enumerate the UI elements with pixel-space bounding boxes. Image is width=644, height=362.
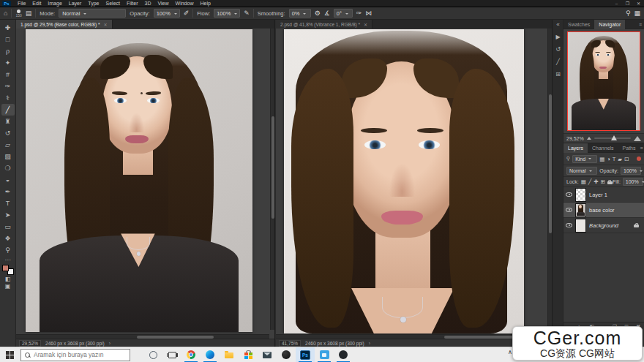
zoom-tool-icon[interactable]: ⚲ (1, 244, 15, 256)
object-selection-tool-icon[interactable]: ✦ (1, 57, 15, 69)
layer-name[interactable]: Background (589, 222, 618, 229)
move-tool-icon[interactable]: ✚ (1, 22, 15, 34)
eyedropper-tool-icon[interactable]: ✑ (1, 80, 15, 92)
clone-source-panel-icon[interactable]: ⊞ (555, 71, 561, 78)
menu-edit[interactable]: Edit (32, 0, 41, 7)
marquee-tool-icon[interactable]: □ (1, 34, 15, 45)
size-pressure-icon[interactable]: ✑ (356, 10, 362, 18)
smoothing-gear-icon[interactable]: ⚙ (315, 10, 321, 18)
filter-adjustment-layers-icon[interactable]: ◑ (607, 156, 610, 162)
lasso-tool-icon[interactable]: ρ (1, 45, 15, 57)
brush-angle-field[interactable]: 0° (334, 9, 353, 18)
quick-mask-icon[interactable]: ◧ (1, 275, 15, 282)
gradient-tool-icon[interactable]: ▨ (1, 151, 15, 162)
blend-mode-select[interactable]: Normal (59, 9, 126, 18)
panel-menu-icon[interactable]: ≡ (640, 146, 643, 151)
brush-settings-panel-icon[interactable]: ╱ (556, 59, 560, 65)
lock-transparent-pixels-icon[interactable]: ▦ (581, 178, 586, 185)
opacity-pressure-icon[interactable]: ✐ (184, 10, 190, 18)
cortana-button[interactable] (143, 347, 162, 362)
layer-name[interactable]: Layer 1 (589, 192, 607, 198)
edit-toolbar-icon[interactable]: ⋯ (1, 256, 15, 263)
collapse-panels-icon[interactable]: « (556, 21, 559, 28)
menu-view[interactable]: View (158, 0, 169, 7)
scrollbar-thumb[interactable] (549, 94, 552, 233)
dodge-tool-icon[interactable]: ◒ (1, 174, 15, 186)
lock-image-pixels-icon[interactable]: ╱ (588, 178, 592, 185)
workspace-switcher-icon[interactable]: ▦ (634, 10, 640, 18)
layer-row-background[interactable]: Background (564, 218, 644, 233)
layer-filter-toggle[interactable] (637, 157, 641, 161)
lock-artboard-icon[interactable]: ⊞ (601, 178, 605, 185)
actions-panel-icon[interactable]: ▶ (555, 34, 560, 40)
filter-shape-layers-icon[interactable]: ▰ (618, 156, 622, 162)
canvas-painting-1[interactable] (26, 29, 252, 332)
screen-mode-icon[interactable]: ▣ (1, 282, 15, 290)
layers-fill-select[interactable]: 100% (623, 178, 643, 186)
menu-file[interactable]: File (18, 0, 26, 7)
edge-button[interactable] (201, 347, 220, 362)
menu-layer[interactable]: Layer (69, 0, 82, 7)
show-hidden-icons-chevron[interactable]: ∧ (508, 349, 512, 355)
layer-thumbnail[interactable] (575, 203, 586, 217)
brush-preset-picker[interactable]: 150 (15, 10, 21, 17)
history-brush-tool-icon[interactable]: ↺ (1, 127, 15, 139)
tab-paths[interactable]: Paths (618, 143, 640, 153)
menu-filter[interactable]: Filter (127, 0, 138, 7)
opacity-select[interactable]: 100% (154, 9, 180, 18)
hand-tool-icon[interactable]: ❖ (1, 233, 15, 244)
shape-tool-icon[interactable]: ▭ (1, 221, 15, 233)
task-view-button[interactable] (162, 347, 181, 362)
store-button[interactable] (239, 347, 258, 362)
slider-thumb[interactable] (611, 135, 617, 140)
menu-window[interactable]: Window (176, 0, 194, 7)
layer-name[interactable]: base color (589, 207, 615, 214)
menu-type[interactable]: Type (88, 0, 99, 7)
maximize-button[interactable]: ❐ (622, 0, 633, 7)
layer-visibility-eye-icon[interactable] (566, 208, 572, 212)
close-tab-icon[interactable]: ✕ (364, 22, 367, 27)
close-tab-icon[interactable]: ✕ (103, 22, 107, 27)
scrollbar-thumb[interactable] (272, 116, 274, 219)
document-tab-2[interactable]: 2.psd @ 41,8% (Vibrance 1, RGB/8) * ✕ (276, 20, 372, 29)
brush-panel-toggle-icon[interactable]: ▤ (26, 10, 32, 18)
foreground-color-swatch[interactable] (2, 265, 9, 271)
chrome-button[interactable] (181, 347, 201, 362)
start-button[interactable] (0, 347, 19, 362)
mail-button[interactable] (258, 347, 277, 362)
layer-filter-kind-select[interactable]: Kind (572, 155, 597, 163)
vertical-scrollbar[interactable] (270, 29, 274, 330)
layer-visibility-eye-icon[interactable] (566, 223, 572, 227)
document-tab-1[interactable]: 1.psd @ 29,5% (Base color, RGB/8) * ✕ (16, 20, 113, 29)
anydesk-button[interactable] (315, 347, 334, 362)
zoom-out-icon[interactable] (587, 137, 591, 140)
panel-menu-icon[interactable]: ≡ (639, 22, 642, 27)
airbrush-icon[interactable]: ✎ (244, 10, 250, 18)
file-explorer-button[interactable] (220, 347, 239, 362)
tab-navigator[interactable]: Navigator (594, 20, 625, 29)
home-icon[interactable]: ⌂ (4, 10, 7, 18)
layer-row-base-color[interactable]: base color (564, 203, 644, 218)
clone-stamp-tool-icon[interactable]: ♜ (1, 116, 15, 127)
minimize-button[interactable]: – (611, 0, 622, 7)
lock-position-icon[interactable]: ✚ (594, 178, 598, 185)
blur-tool-icon[interactable]: ❍ (1, 162, 15, 174)
layers-opacity-select[interactable]: 100% (621, 167, 641, 175)
vertical-scrollbar[interactable] (547, 29, 552, 330)
status-options-arrow[interactable]: › (109, 341, 111, 346)
canvas-photo-2[interactable] (284, 29, 524, 333)
navigator-zoom-slider[interactable] (594, 137, 631, 139)
symmetry-icon[interactable]: ⋈ (365, 10, 372, 18)
layers-blend-mode-select[interactable]: Normal (566, 167, 597, 175)
navigator-zoom-value[interactable]: 29,52% (566, 136, 584, 141)
menu-help[interactable]: Help (200, 0, 210, 7)
eraser-tool-icon[interactable]: ▱ (1, 139, 15, 151)
tab-swatches[interactable]: Swatches (564, 20, 594, 29)
photoshop-taskbar-button[interactable]: Ps (296, 347, 315, 362)
type-tool-icon[interactable]: T (1, 197, 15, 209)
filter-type-layers-icon[interactable]: T (613, 156, 616, 162)
layer-thumbnail[interactable] (575, 188, 586, 202)
filter-pixel-layers-icon[interactable]: ▦ (599, 156, 604, 162)
canvas-area-2[interactable] (276, 29, 552, 334)
healing-brush-tool-icon[interactable]: ⚕ (1, 92, 15, 104)
